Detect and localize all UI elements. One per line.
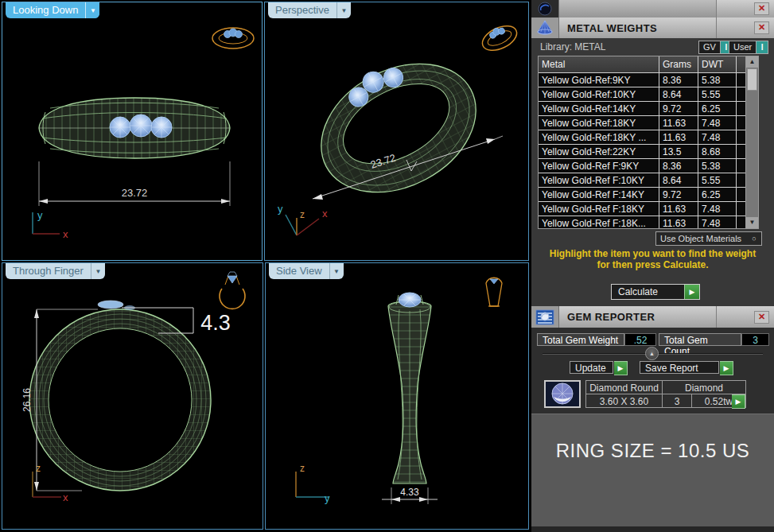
table-row[interactable]: Yellow Gold-Ref:10KY8.645.55 <box>539 87 746 102</box>
total-gem-count-value: 3 <box>741 333 769 346</box>
perspective-scene: 23.72 y z x <box>265 2 528 260</box>
update-button[interactable]: Update <box>570 361 613 374</box>
table-row[interactable]: Yellow Gold-Ref:22KY13.58.68 <box>539 145 746 159</box>
gem-report-row[interactable]: Diamond Round Diamond 3.60 X 3.60 3 0.52… <box>585 380 746 408</box>
viewport-tab-label: Through Finger <box>6 263 91 279</box>
metal-weights-icon <box>531 17 559 38</box>
through-finger-scene: 26.16 4.3 z x <box>2 263 263 529</box>
axis-y-label: y <box>37 209 43 221</box>
dimension-width: 4.33 <box>382 487 438 504</box>
table-row[interactable]: Yellow Gold-Ref:9KY8.365.38 <box>539 73 746 87</box>
dimension-label-large: 4.3 <box>200 311 231 335</box>
viewport-tab-label: Perspective <box>268 2 336 18</box>
scrollbar-thumb[interactable] <box>747 68 757 91</box>
library-row: Library: METAL GV I User I <box>531 40 774 54</box>
panel-title: METAL WEIGHTS <box>559 17 716 38</box>
chevron-down-icon[interactable]: ▼ <box>91 263 105 279</box>
gem-thumbnail[interactable] <box>544 380 581 408</box>
table-row[interactable]: Yellow Gold-Ref F:10KY8.645.55 <box>539 173 746 188</box>
table-row[interactable]: Yellow Gold-Ref F:9KY8.365.38 <box>539 159 746 173</box>
gem-row-go-button[interactable]: ▶ <box>732 394 745 407</box>
ring-size-area: RING SIZE = 10.5 US <box>531 414 774 527</box>
axis-x-label: x <box>63 228 68 240</box>
close-icon[interactable]: ✕ <box>754 311 769 324</box>
metal-weights-header[interactable]: METAL WEIGHTS ✕ <box>531 17 774 38</box>
gv-toggle-button[interactable]: GV I <box>698 41 733 54</box>
viewport-looking-down[interactable]: 23.72 y x Looking Down ▼ <box>2 2 263 261</box>
viewport-tab-label: Looking Down <box>6 2 85 18</box>
chevron-down-icon[interactable]: ▼ <box>336 2 351 18</box>
panel-sphere-icon <box>531 0 559 17</box>
viewport-side-view[interactable]: 4.33 z y Side View ▼ <box>265 262 529 530</box>
viewport-tab-perspective[interactable]: Perspective ▼ <box>268 2 351 18</box>
axis-y-label: y <box>278 203 283 215</box>
scroll-down-icon[interactable]: ▼ <box>746 217 758 228</box>
axis-z-label: z <box>300 209 305 220</box>
save-report-go-button[interactable]: ▶ <box>720 361 733 374</box>
chevron-down-icon[interactable]: ▼ <box>85 2 99 18</box>
viewport-tab-looking-down[interactable]: Looking Down ▼ <box>6 2 99 18</box>
axis-indicator: y x <box>33 209 68 240</box>
axis-z-label: z <box>300 463 305 474</box>
viewport-tab-side-view[interactable]: Side View ▼ <box>269 263 344 279</box>
metal-table-body: Yellow Gold-Ref:9KY8.365.38Yellow Gold-R… <box>539 73 746 229</box>
viewport-tab-through-finger[interactable]: Through Finger ▼ <box>6 263 105 279</box>
chevron-down-icon[interactable]: ▼ <box>329 263 344 279</box>
viewport-perspective[interactable]: 23.72 y z x Perspective ▼ <box>264 2 529 261</box>
gem-type: Diamond <box>663 381 745 394</box>
window-bottom-edge <box>531 526 774 532</box>
close-icon[interactable]: ✕ <box>754 2 769 15</box>
viewport-through-finger[interactable]: 26.16 4.3 z x Through Finger ▼ <box>2 262 263 530</box>
gem-reporter-body: Total Gem Weight .52 Total Gem Count 3 ▲… <box>531 328 774 414</box>
dimension-label: 23.72 <box>122 187 148 199</box>
gem-size: 3.60 X 3.60 <box>586 394 663 408</box>
dimension-width: 23.72 <box>39 161 230 206</box>
user-toggle-button[interactable]: User I <box>729 41 768 54</box>
right-panel: ✕ METAL WEIGHTS ✕ Library: METAL GV I Us… <box>531 0 774 532</box>
table-row[interactable]: Yellow Gold-Ref F:14KY9.726.25 <box>539 188 746 202</box>
instruction-line-1: Highlight the item you want to find the … <box>531 248 774 259</box>
axis-indicator: z y <box>296 463 330 504</box>
close-icon[interactable]: ✕ <box>754 21 769 34</box>
table-row[interactable]: Yellow Gold-Ref F:18KY11.637.48 <box>539 202 746 216</box>
dimension-label: 26.16 <box>21 388 33 412</box>
user-label: User <box>729 41 756 53</box>
ring-preview-icon <box>478 21 520 55</box>
gv-label: GV <box>699 41 720 53</box>
ring-perspective-view <box>297 34 498 218</box>
axis-x-label: x <box>322 208 328 219</box>
instruction-line-2: for then press Calculate. <box>531 259 774 270</box>
instruction-text: Highlight the item you want to find the … <box>531 248 774 270</box>
collapsed-panel-controls: ✕ <box>716 0 774 17</box>
table-row[interactable]: Yellow Gold-Ref:18KY ...11.637.48 <box>539 130 746 145</box>
gem-reporter-icon <box>531 306 559 328</box>
metal-weights-controls: ✕ <box>716 17 774 38</box>
update-go-button[interactable]: ▶ <box>614 361 627 374</box>
metal-weights-table: Metal Grams DWT Yellow Gold-Ref:9KY8.365… <box>538 56 759 229</box>
scroll-up-icon[interactable]: ▲ <box>746 56 758 68</box>
table-scrollbar[interactable]: ▲ ▼ <box>745 56 758 228</box>
green-arrow-icon: ▶ <box>684 285 699 299</box>
total-gem-count-label: Total Gem Count <box>659 333 741 346</box>
gem-reporter-header[interactable]: GEM REPORTER ✕ <box>531 306 774 328</box>
table-row[interactable]: Yellow Gold-Ref F:18K...11.637.48 <box>539 216 746 229</box>
user-indicator-icon: I <box>756 41 768 53</box>
col-dwt: DWT <box>698 56 737 72</box>
table-row[interactable]: Yellow Gold-Ref:14KY9.726.25 <box>539 102 746 116</box>
ring-size-text: RING SIZE = 10.5 US <box>531 440 774 462</box>
collapsed-panel-header[interactable]: ✕ <box>531 0 774 17</box>
ring-preview-icon <box>212 28 254 49</box>
library-label: Library: <box>540 41 572 52</box>
table-row[interactable]: Yellow Gold-Ref:18KY11.637.48 <box>539 116 746 130</box>
calculate-button[interactable]: Calculate ▶ <box>611 284 700 300</box>
total-gem-weight-value: .52 <box>624 333 656 346</box>
axis-indicator: y z x <box>278 203 328 235</box>
axis-z-label: z <box>36 463 41 474</box>
use-object-materials-button[interactable]: Use Object Materials ○ <box>655 231 762 246</box>
gem-reporter-controls: ✕ <box>716 306 774 328</box>
save-report-button[interactable]: Save Report <box>640 361 719 374</box>
splitter-handle-icon[interactable]: ▲ <box>645 347 659 360</box>
col-grams: Grams <box>659 56 698 72</box>
looking-down-scene: 23.72 y x <box>2 2 262 260</box>
radio-icon[interactable]: ○ <box>749 235 759 243</box>
